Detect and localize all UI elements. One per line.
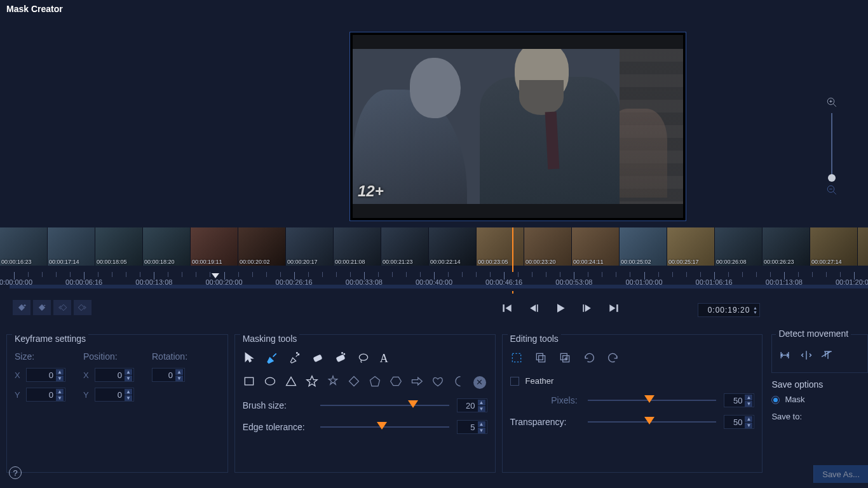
edge-tolerance-slider[interactable] xyxy=(320,424,449,430)
add-keyframe-button[interactable]: + xyxy=(13,300,31,315)
transparency-slider[interactable] xyxy=(588,419,717,425)
star5-shape-icon[interactable] xyxy=(306,375,318,390)
detect-movement-panel: Detect movement xyxy=(771,334,868,373)
ruler-label: 00:01:06:16 xyxy=(696,278,733,286)
feather-checkbox[interactable] xyxy=(510,377,519,386)
diamond-shape-icon[interactable] xyxy=(348,375,360,390)
step-forward-icon[interactable] xyxy=(581,302,593,315)
thumbnail[interactable]: 00:00:16:23 xyxy=(0,227,48,266)
thumbnail-timecode: 00:00:21:23 xyxy=(383,259,413,265)
pentagon-shape-icon[interactable] xyxy=(369,375,381,390)
undo-icon[interactable] xyxy=(583,351,595,366)
save-as-button[interactable]: Save As... xyxy=(813,465,868,483)
eraser-tool-icon[interactable] xyxy=(311,351,324,366)
svg-rect-19 xyxy=(583,304,584,312)
step-back-icon[interactable] xyxy=(527,302,540,315)
time-display[interactable]: 0:00:19:20 ▲▼ xyxy=(698,303,760,317)
zoom-slider[interactable] xyxy=(831,113,832,179)
go-end-icon[interactable] xyxy=(607,302,620,315)
detect-range-icon[interactable] xyxy=(778,349,791,363)
timeline-ruler[interactable]: 00:00:00:0000:00:06:1600:00:13:0800:00:2… xyxy=(0,272,868,291)
pointer-tool-icon[interactable] xyxy=(243,351,255,366)
edge-tolerance-input[interactable]: 5▲▼ xyxy=(457,420,487,434)
thumbnail[interactable]: 00:00:21:23 xyxy=(381,227,429,266)
next-keyframe-button[interactable] xyxy=(74,300,92,315)
thumbnail-strip[interactable]: 00:00:16:2300:00:17:1400:00:18:0500:00:1… xyxy=(0,227,868,266)
pos-x-input[interactable]: 0▲▼ xyxy=(95,368,134,382)
arrow-shape-icon[interactable] xyxy=(410,375,423,390)
rect-shape-icon[interactable] xyxy=(243,375,255,390)
svg-rect-11 xyxy=(60,304,66,310)
thumbnail[interactable]: 00:00:21:08 xyxy=(334,227,381,266)
marquee-tool-icon[interactable] xyxy=(510,351,523,366)
transparency-input[interactable]: 50▲▼ xyxy=(724,415,754,429)
prev-keyframe-button[interactable] xyxy=(53,300,71,315)
time-up-icon[interactable]: ▲ xyxy=(753,306,758,310)
brush-size-label: Brush size: xyxy=(243,400,313,410)
paste-tool-icon[interactable] xyxy=(559,351,571,366)
text-tool-icon[interactable]: A xyxy=(380,352,388,365)
size-x-input[interactable]: 0▲▼ xyxy=(26,368,65,382)
svg-marker-33 xyxy=(306,376,317,386)
thumbnail[interactable]: 00:00:22:14 xyxy=(429,227,477,266)
copy-tool-icon[interactable] xyxy=(534,351,547,366)
play-icon[interactable] xyxy=(554,302,567,315)
ruler-cursor-icon[interactable] xyxy=(212,273,219,278)
ellipse-shape-icon[interactable] xyxy=(264,375,276,390)
smart-eraser-tool-icon[interactable] xyxy=(334,351,347,366)
detect-mid-icon[interactable] xyxy=(800,349,813,363)
time-down-icon[interactable]: ▼ xyxy=(753,310,758,315)
thumbnail[interactable]: 00:00:24:11 xyxy=(572,227,620,266)
thumbnail-timecode: 00:00:23:05 xyxy=(478,259,508,265)
clear-shape-icon[interactable]: ✕ xyxy=(473,376,486,389)
thumbnail[interactable]: 00:00:20:02 xyxy=(238,227,286,266)
rotation-input[interactable]: 0▲▼ xyxy=(152,368,185,382)
video-preview[interactable]: 12+ xyxy=(349,32,686,221)
svg-marker-34 xyxy=(329,376,337,384)
pixels-input[interactable]: 50▲▼ xyxy=(724,393,754,407)
brush-size-input[interactable]: 20▲▼ xyxy=(457,398,487,412)
heart-shape-icon[interactable] xyxy=(431,375,444,390)
pos-y-input[interactable]: 0▲▼ xyxy=(95,388,134,402)
remove-keyframe-button[interactable]: - xyxy=(33,300,51,315)
detect-down-icon[interactable] xyxy=(822,349,834,363)
thumbnail[interactable]: 00:00:17:14 xyxy=(48,227,95,266)
size-y-input[interactable]: 0▲▼ xyxy=(26,388,65,402)
thumbnail[interactable]: 00:00:27:14 xyxy=(810,227,858,266)
pixels-label: Pixels: xyxy=(510,395,580,405)
pos-x-label: X xyxy=(83,370,91,380)
thumbnail[interactable]: 00:00:23:20 xyxy=(524,227,572,266)
thumbnail[interactable]: 00:00:25:02 xyxy=(620,227,667,266)
thumbnail[interactable]: 00:00:23:05 xyxy=(477,227,524,266)
brush-tool-icon[interactable] xyxy=(266,351,278,366)
thumbnail[interactable]: 00:00:26:08 xyxy=(715,227,763,266)
mask-radio[interactable] xyxy=(771,396,780,404)
save-to-label: Save to: xyxy=(771,412,868,421)
redo-icon[interactable] xyxy=(607,351,620,366)
help-icon[interactable]: ? xyxy=(9,466,22,479)
svg-marker-17 xyxy=(557,304,565,312)
thumbnail[interactable]: 00:00:18:20 xyxy=(143,227,191,266)
triangle-shape-icon[interactable] xyxy=(285,375,297,390)
thumbnail[interactable]: 00:00:20:17 xyxy=(286,227,334,266)
smart-brush-tool-icon[interactable] xyxy=(288,351,301,366)
lasso-tool-icon[interactable] xyxy=(357,351,370,366)
masking-tools-panel: Masking tools A ✕ Brush size: xyxy=(234,334,496,473)
thumbnail[interactable] xyxy=(858,227,868,266)
zoom-in-icon[interactable] xyxy=(826,97,837,108)
ruler-label: 00:01:20:00 xyxy=(836,278,868,286)
zoom-out-icon[interactable] xyxy=(826,184,837,196)
go-start-icon[interactable] xyxy=(501,302,513,315)
thumbnail[interactable]: 00:00:25:17 xyxy=(667,227,715,266)
thumbnail[interactable]: 00:00:26:23 xyxy=(763,227,810,266)
thumbnail-timecode: 00:00:26:08 xyxy=(716,259,747,265)
brush-size-slider[interactable] xyxy=(320,402,449,409)
moon-shape-icon[interactable] xyxy=(452,375,465,390)
pixels-slider[interactable] xyxy=(588,397,717,403)
thumbnail[interactable]: 00:00:19:11 xyxy=(191,227,238,266)
zoom-thumb[interactable] xyxy=(828,174,836,182)
preview-frame: 12+ xyxy=(353,49,683,204)
hexagon-shape-icon[interactable] xyxy=(390,375,402,390)
thumbnail[interactable]: 00:00:18:05 xyxy=(95,227,143,266)
star6-shape-icon[interactable] xyxy=(327,375,339,390)
